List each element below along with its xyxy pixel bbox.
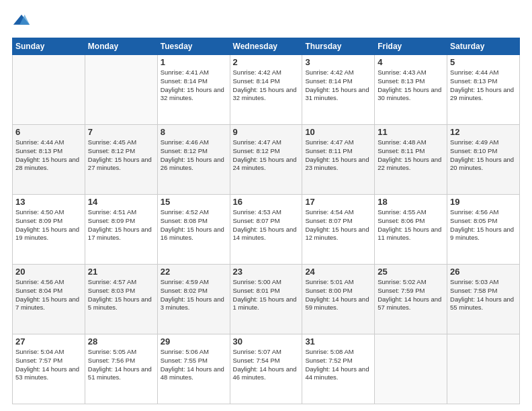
weekday-header: Friday <box>375 38 447 55</box>
day-number: 15 <box>161 197 227 207</box>
day-info: Sunrise: 4:56 AM Sunset: 8:04 PM Dayligh… <box>15 278 82 312</box>
day-info: Sunrise: 4:51 AM Sunset: 8:09 PM Dayligh… <box>88 208 154 242</box>
calendar-cell: 11Sunrise: 4:48 AM Sunset: 8:11 PM Dayli… <box>375 125 447 195</box>
calendar-cell: 13Sunrise: 4:50 AM Sunset: 8:09 PM Dayli… <box>13 195 85 265</box>
weekday-header: Wednesday <box>230 38 302 55</box>
calendar-cell: 14Sunrise: 4:51 AM Sunset: 8:09 PM Dayli… <box>85 195 157 265</box>
calendar-header-row: SundayMondayTuesdayWednesdayThursdayFrid… <box>13 38 520 55</box>
calendar-cell <box>375 334 447 404</box>
day-number: 13 <box>15 197 82 207</box>
logo-icon <box>12 12 31 31</box>
calendar-cell: 6Sunrise: 4:44 AM Sunset: 8:13 PM Daylig… <box>13 125 85 195</box>
calendar-cell: 21Sunrise: 4:57 AM Sunset: 8:03 PM Dayli… <box>85 265 157 334</box>
day-number: 6 <box>15 127 82 137</box>
day-number: 17 <box>305 197 371 207</box>
calendar-week-row: 1Sunrise: 4:41 AM Sunset: 8:14 PM Daylig… <box>13 55 520 125</box>
calendar-cell: 9Sunrise: 4:47 AM Sunset: 8:12 PM Daylig… <box>230 125 302 195</box>
day-number: 28 <box>88 336 154 347</box>
calendar-cell: 22Sunrise: 4:59 AM Sunset: 8:02 PM Dayli… <box>157 265 230 334</box>
header <box>12 12 520 31</box>
day-info: Sunrise: 5:00 AM Sunset: 8:01 PM Dayligh… <box>233 278 300 312</box>
day-number: 1 <box>161 57 227 67</box>
calendar-table: SundayMondayTuesdayWednesdayThursdayFrid… <box>12 38 520 404</box>
day-number: 7 <box>88 127 154 137</box>
day-info: Sunrise: 4:47 AM Sunset: 8:11 PM Dayligh… <box>305 138 371 173</box>
day-info: Sunrise: 4:55 AM Sunset: 8:06 PM Dayligh… <box>378 208 444 242</box>
day-number: 29 <box>161 336 227 347</box>
calendar-cell: 25Sunrise: 5:02 AM Sunset: 7:59 PM Dayli… <box>375 265 447 334</box>
calendar-cell: 27Sunrise: 5:04 AM Sunset: 7:57 PM Dayli… <box>13 334 85 404</box>
calendar-cell: 7Sunrise: 4:45 AM Sunset: 8:12 PM Daylig… <box>85 125 157 195</box>
calendar-cell: 8Sunrise: 4:46 AM Sunset: 8:12 PM Daylig… <box>157 125 230 195</box>
calendar-week-row: 27Sunrise: 5:04 AM Sunset: 7:57 PM Dayli… <box>13 334 520 404</box>
logo <box>12 12 34 31</box>
day-info: Sunrise: 4:54 AM Sunset: 8:07 PM Dayligh… <box>305 208 371 242</box>
calendar-cell: 2Sunrise: 4:42 AM Sunset: 8:14 PM Daylig… <box>230 55 302 125</box>
day-info: Sunrise: 4:47 AM Sunset: 8:12 PM Dayligh… <box>233 138 300 173</box>
day-number: 16 <box>233 197 300 207</box>
calendar-cell: 5Sunrise: 4:44 AM Sunset: 8:13 PM Daylig… <box>447 55 520 125</box>
calendar-cell: 30Sunrise: 5:07 AM Sunset: 7:54 PM Dayli… <box>230 334 302 404</box>
day-info: Sunrise: 4:57 AM Sunset: 8:03 PM Dayligh… <box>88 278 154 312</box>
day-info: Sunrise: 4:44 AM Sunset: 8:13 PM Dayligh… <box>450 68 517 103</box>
day-number: 8 <box>161 127 227 137</box>
day-number: 22 <box>161 267 227 277</box>
day-number: 10 <box>305 127 371 137</box>
calendar-cell: 3Sunrise: 4:42 AM Sunset: 8:14 PM Daylig… <box>302 55 375 125</box>
calendar-cell: 12Sunrise: 4:49 AM Sunset: 8:10 PM Dayli… <box>447 125 520 195</box>
calendar-cell <box>447 334 520 404</box>
day-number: 12 <box>450 127 517 137</box>
day-number: 21 <box>88 267 154 277</box>
day-number: 5 <box>450 57 517 67</box>
calendar-cell: 1Sunrise: 4:41 AM Sunset: 8:14 PM Daylig… <box>157 55 230 125</box>
day-info: Sunrise: 4:52 AM Sunset: 8:08 PM Dayligh… <box>161 208 227 242</box>
day-number: 27 <box>15 336 82 347</box>
calendar-cell <box>85 55 157 125</box>
day-info: Sunrise: 4:42 AM Sunset: 8:14 PM Dayligh… <box>233 68 300 103</box>
weekday-header: Monday <box>85 38 157 55</box>
calendar-cell: 4Sunrise: 4:43 AM Sunset: 8:13 PM Daylig… <box>375 55 447 125</box>
calendar-cell: 19Sunrise: 4:56 AM Sunset: 8:05 PM Dayli… <box>447 195 520 265</box>
weekday-header: Sunday <box>13 38 85 55</box>
day-info: Sunrise: 4:43 AM Sunset: 8:13 PM Dayligh… <box>378 68 444 103</box>
day-info: Sunrise: 4:45 AM Sunset: 8:12 PM Dayligh… <box>88 138 154 173</box>
calendar-cell: 20Sunrise: 4:56 AM Sunset: 8:04 PM Dayli… <box>13 265 85 334</box>
day-number: 24 <box>305 267 371 277</box>
day-info: Sunrise: 4:50 AM Sunset: 8:09 PM Dayligh… <box>15 208 82 242</box>
calendar-week-row: 6Sunrise: 4:44 AM Sunset: 8:13 PM Daylig… <box>13 125 520 195</box>
day-number: 23 <box>233 267 300 277</box>
calendar-page: SundayMondayTuesdayWednesdayThursdayFrid… <box>0 0 532 411</box>
calendar-cell: 16Sunrise: 4:53 AM Sunset: 8:07 PM Dayli… <box>230 195 302 265</box>
weekday-header: Tuesday <box>157 38 230 55</box>
day-number: 26 <box>450 267 517 277</box>
day-number: 30 <box>233 336 300 347</box>
day-number: 20 <box>15 267 82 277</box>
day-number: 2 <box>233 57 300 67</box>
day-info: Sunrise: 4:59 AM Sunset: 8:02 PM Dayligh… <box>161 278 227 312</box>
day-info: Sunrise: 4:49 AM Sunset: 8:10 PM Dayligh… <box>450 138 517 173</box>
day-number: 31 <box>305 336 371 347</box>
day-number: 14 <box>88 197 154 207</box>
day-number: 4 <box>378 57 444 67</box>
day-info: Sunrise: 4:41 AM Sunset: 8:14 PM Dayligh… <box>161 68 227 103</box>
calendar-cell: 28Sunrise: 5:05 AM Sunset: 7:56 PM Dayli… <box>85 334 157 404</box>
day-info: Sunrise: 5:01 AM Sunset: 8:00 PM Dayligh… <box>305 278 371 312</box>
calendar-week-row: 13Sunrise: 4:50 AM Sunset: 8:09 PM Dayli… <box>13 195 520 265</box>
calendar-cell: 15Sunrise: 4:52 AM Sunset: 8:08 PM Dayli… <box>157 195 230 265</box>
day-info: Sunrise: 5:07 AM Sunset: 7:54 PM Dayligh… <box>233 348 300 382</box>
day-number: 3 <box>305 57 371 67</box>
day-info: Sunrise: 5:05 AM Sunset: 7:56 PM Dayligh… <box>88 348 154 382</box>
day-info: Sunrise: 5:04 AM Sunset: 7:57 PM Dayligh… <box>15 348 82 382</box>
day-number: 18 <box>378 197 444 207</box>
calendar-cell: 24Sunrise: 5:01 AM Sunset: 8:00 PM Dayli… <box>302 265 375 334</box>
day-number: 19 <box>450 197 517 207</box>
calendar-cell: 26Sunrise: 5:03 AM Sunset: 7:58 PM Dayli… <box>447 265 520 334</box>
calendar-cell: 18Sunrise: 4:55 AM Sunset: 8:06 PM Dayli… <box>375 195 447 265</box>
day-info: Sunrise: 5:02 AM Sunset: 7:59 PM Dayligh… <box>378 278 444 312</box>
calendar-cell: 17Sunrise: 4:54 AM Sunset: 8:07 PM Dayli… <box>302 195 375 265</box>
day-info: Sunrise: 4:56 AM Sunset: 8:05 PM Dayligh… <box>450 208 517 242</box>
weekday-header: Saturday <box>447 38 520 55</box>
day-info: Sunrise: 4:46 AM Sunset: 8:12 PM Dayligh… <box>161 138 227 173</box>
calendar-cell: 29Sunrise: 5:06 AM Sunset: 7:55 PM Dayli… <box>157 334 230 404</box>
day-info: Sunrise: 4:53 AM Sunset: 8:07 PM Dayligh… <box>233 208 300 242</box>
